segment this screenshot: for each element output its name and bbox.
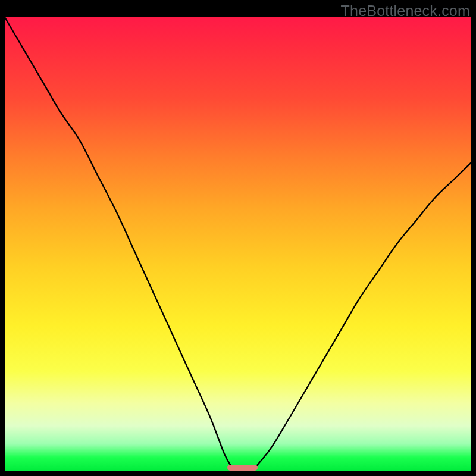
chart-frame	[5, 17, 471, 471]
left-curve-path	[5, 17, 231, 466]
right-curve-path	[256, 162, 471, 466]
bottleneck-marker	[227, 465, 258, 471]
chart-curves-layer	[5, 17, 471, 471]
